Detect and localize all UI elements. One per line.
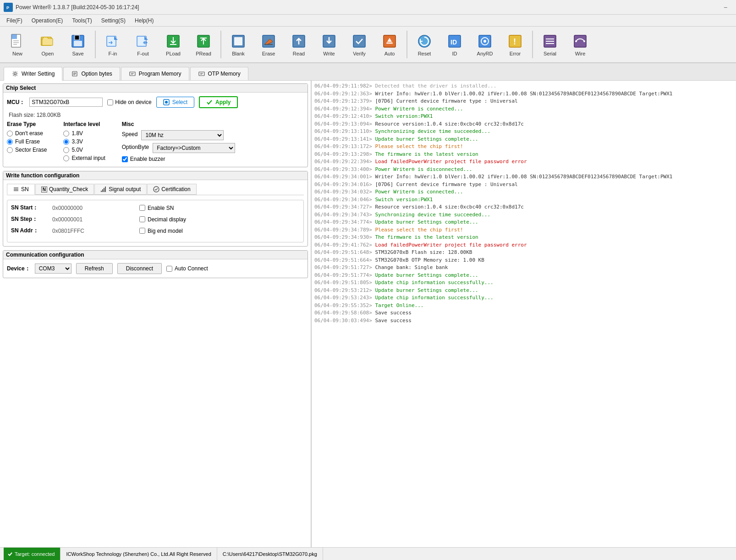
log-entry: 06/04-09:29:51:727> Change bank: Single …	[314, 264, 733, 272]
write-function-section: Write function configuration SN N Quanti…	[3, 171, 308, 247]
voltage-3v3-radio[interactable]	[63, 139, 69, 145]
toolbar-erase-button[interactable]: Erase	[254, 28, 283, 60]
wfc-content: SN Start： 0x00000000 Enable SN SN Step： …	[7, 200, 304, 242]
signal-icon	[100, 186, 107, 192]
filepath-status: C:\Users\64217\Desktop\STM32G070.pkg	[217, 548, 323, 560]
big-end-option[interactable]: Big end model	[139, 228, 300, 234]
dont-erase-radio[interactable]	[7, 131, 13, 137]
auto-connect-option[interactable]: Auto Connect	[166, 265, 208, 272]
auto-connect-checkbox[interactable]	[166, 266, 172, 272]
toolbar-reset-button[interactable]: Reset	[410, 28, 439, 60]
log-entry: 06/04-09:29:33:400> Power Writer® is dis…	[314, 166, 733, 174]
menu-setting[interactable]: Setting(S)	[97, 16, 130, 25]
toolbar-write-button[interactable]: Write	[314, 28, 344, 60]
menu-tools[interactable]: Tools(T)	[67, 16, 96, 25]
toolbar-new-button[interactable]: New	[3, 28, 32, 60]
sector-erase-option[interactable]: Sector Erase	[7, 147, 47, 153]
toolbar-anyrd-button[interactable]: AnyRD	[470, 28, 500, 60]
sn-start-label: SN Start：	[11, 204, 48, 212]
toolbar-open-button[interactable]: Open	[33, 28, 62, 60]
tab-option-bytes[interactable]: Option bytes	[63, 67, 120, 80]
left-panel: Chip Select MCU： Hide on device Select	[0, 81, 312, 547]
sector-erase-radio[interactable]	[7, 147, 13, 153]
toolbar-auto-button[interactable]: Auto	[375, 28, 404, 60]
log-entry: 06/04-09:30:03:494> Save success	[314, 317, 733, 325]
wfc-tab-certification[interactable]: Certification	[147, 184, 196, 195]
pread-icon	[195, 33, 212, 50]
toolbar-error-button[interactable]: ! Error	[500, 28, 530, 60]
toolbar-verify-button[interactable]: Verify	[345, 28, 374, 60]
toolbar-save-button[interactable]: Save	[63, 28, 93, 60]
device-label: Device：	[7, 265, 30, 273]
apply-button-label: Apply	[215, 99, 231, 105]
refresh-button[interactable]: Refresh	[76, 263, 113, 274]
decimal-display-option[interactable]: Decimal display	[139, 216, 300, 223]
external-input-option[interactable]: External input	[63, 155, 105, 161]
toolbar-wire-button[interactable]: Wire	[566, 28, 595, 60]
voltage-1v8-radio[interactable]	[63, 131, 69, 137]
svg-text:ID: ID	[450, 38, 457, 46]
full-erase-radio[interactable]	[7, 139, 13, 145]
optionbyte-select[interactable]: Factory=>Custom	[153, 143, 235, 153]
voltage-5v-radio[interactable]	[63, 147, 69, 153]
disconnect-button[interactable]: Disconnect	[117, 263, 162, 274]
enable-buzzer-checkbox[interactable]	[122, 156, 128, 162]
decimal-display-checkbox[interactable]	[139, 216, 145, 222]
enable-sn-option[interactable]: Enable SN	[139, 205, 300, 211]
toolbar-fout-button[interactable]: F-out	[128, 28, 158, 60]
hide-checkbox-label: Hide on device	[107, 99, 151, 105]
menu-operation[interactable]: Operation(E)	[27, 16, 68, 25]
enable-buzzer-option[interactable]: Enable buzzer	[122, 156, 235, 162]
enable-sn-checkbox[interactable]	[139, 205, 145, 211]
log-entry: 06/04-09:29:13:172> Please select the ch…	[314, 143, 733, 151]
open-button-label: Open	[42, 51, 54, 56]
select-button[interactable]: Select	[156, 97, 194, 108]
voltage-5v-option[interactable]: 5.0V	[63, 147, 105, 153]
minimize-button[interactable]: −	[719, 3, 732, 12]
menu-file[interactable]: File(F)	[2, 16, 27, 25]
toolbar-blank-button[interactable]: Blank	[224, 28, 253, 60]
tab-strip: Writer Setting Option bytes Program Memo…	[0, 63, 736, 81]
big-end-checkbox[interactable]	[139, 228, 145, 234]
toolbar-pread-button[interactable]: PRead	[189, 28, 218, 60]
optionbyte-label: OptionByte	[122, 144, 149, 150]
wfc-tab-signal[interactable]: Signal output	[94, 184, 147, 195]
voltage-1v8-option[interactable]: 1.8V	[63, 130, 105, 137]
full-erase-option[interactable]: Full Erase	[7, 138, 47, 145]
toolbar-serial-button[interactable]: Serial	[535, 28, 565, 60]
toolbar-fin-button[interactable]: F-in	[98, 28, 127, 60]
toolbar-pload-button[interactable]: PLoad	[159, 28, 188, 60]
toolbar-id-button[interactable]: ID ID	[440, 28, 469, 60]
read-button-label: Read	[293, 51, 305, 56]
toolbar: New Open Save F-in F-out PLoad	[0, 27, 736, 63]
wfc-tab-sn[interactable]: SN	[7, 184, 35, 195]
write-function-title: Write function configuration	[3, 171, 308, 180]
hide-on-device-checkbox[interactable]	[107, 99, 113, 105]
tab-otp-memory[interactable]: OTP Memory	[190, 67, 248, 80]
svg-point-40	[575, 40, 577, 42]
comm-config-title: Communication configuration	[3, 251, 308, 259]
big-end-label: Big end model	[148, 228, 183, 234]
toolbar-read-button[interactable]: Read	[284, 28, 313, 60]
apply-button[interactable]: Apply	[199, 96, 238, 108]
wfc-tab-quantity[interactable]: N Quantity_Check	[35, 184, 94, 195]
voltage-3v3-option[interactable]: 3.3V	[63, 138, 105, 145]
speed-select[interactable]: 10M hz	[141, 130, 224, 140]
device-select[interactable]: COM3	[35, 264, 71, 274]
tab-program-memory[interactable]: Program Memory	[121, 67, 189, 80]
chip-select-title: Chip Select	[3, 84, 308, 93]
log-entry: 06/04-09:29:12:394> Power Writer® is con…	[314, 105, 733, 113]
mcu-input[interactable]	[29, 98, 103, 107]
reset-icon	[416, 33, 433, 50]
external-input-radio[interactable]	[63, 155, 69, 161]
gear-icon	[11, 70, 19, 77]
id-button-label: ID	[452, 51, 457, 56]
tab-writer-setting-label: Writer Setting	[22, 71, 55, 77]
menu-help[interactable]: Help(H)	[130, 16, 158, 25]
svg-rect-10	[75, 35, 79, 40]
tab-writer-setting[interactable]: Writer Setting	[4, 67, 62, 81]
reset-button-label: Reset	[418, 51, 431, 56]
log-entry: 06/04-09:29:34:001> Writer Info: hwVer:1…	[314, 173, 733, 181]
dont-erase-option[interactable]: Don't erase	[7, 130, 47, 137]
window-controls: −	[719, 3, 732, 12]
